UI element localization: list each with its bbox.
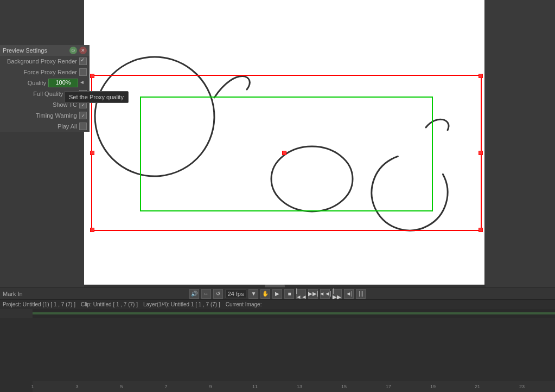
quality-input-group: 100% ◄ xyxy=(48,79,87,87)
playback-range xyxy=(33,312,555,314)
frame-num-8: 9 xyxy=(209,384,212,389)
prev-frame-btn[interactable]: ◄◄| xyxy=(320,289,330,299)
clip-status: Clip: Untitled [ 1 , 7 (7) ] xyxy=(81,301,138,307)
preview-settings-icons: ⊙ ✕ xyxy=(69,47,87,54)
play-all-checkbox[interactable] xyxy=(79,123,87,130)
frame-num-10: 11 xyxy=(252,384,258,389)
main-canvas[interactable] xyxy=(84,0,484,287)
top-left-area xyxy=(0,0,84,45)
project-status: Project: Untitled (1) [ 1 , 7 (7) ] xyxy=(3,301,75,307)
fps-down-btn[interactable]: ▼ xyxy=(248,289,258,299)
quality-input[interactable]: 100% xyxy=(48,79,78,87)
stop-btn[interactable]: ■ xyxy=(284,289,294,299)
preview-settings-title: Preview Settings xyxy=(3,47,47,54)
play-all-label: Play All xyxy=(58,123,77,130)
timeline-range-bar xyxy=(0,309,555,318)
tooltip-text: Set the Proxy quality xyxy=(69,94,124,100)
force-proxy-render-label: Force Proxy Render xyxy=(24,69,77,75)
background-proxy-render-label: Background Proxy Render xyxy=(7,58,77,65)
quality-speaker-icon[interactable]: ◄ xyxy=(79,79,87,87)
force-proxy-render-checkbox[interactable] xyxy=(79,68,87,76)
timeline-range xyxy=(33,309,555,318)
current-image-status: Current Image: xyxy=(226,301,262,307)
preview-settings-header: Preview Settings ⊙ ✕ xyxy=(0,45,90,56)
settings-minimize-icon[interactable]: ⊙ xyxy=(69,47,77,54)
frame-num-18: 19 xyxy=(430,384,436,389)
play-all-row: Play All xyxy=(0,121,90,132)
frame-num-4: 5 xyxy=(120,384,123,389)
frame-num-16: 17 xyxy=(386,384,391,389)
transform-handle[interactable] xyxy=(282,151,286,155)
frame-num-12: 13 xyxy=(297,384,302,389)
timeline-area: 🔊 ▣ ≡ 1357911131517192123 ⊙ Untitled 1 U… xyxy=(0,309,555,392)
timing-warning-label: Timing Warning xyxy=(36,112,77,119)
frame-num-0: 1 xyxy=(31,384,34,389)
frame-num-22: 23 xyxy=(519,384,525,389)
background-proxy-render-checkbox[interactable] xyxy=(79,57,87,65)
frame-num-2: 3 xyxy=(75,384,78,389)
proxy-quality-tooltip: Set the Proxy quality xyxy=(64,91,129,103)
mark-in-label: Mark In xyxy=(3,291,23,297)
go-start-btn[interactable]: |◄◄ xyxy=(296,289,306,299)
settings-close-icon[interactable]: ✕ xyxy=(79,47,87,54)
fps-display[interactable]: 24 fps xyxy=(225,290,247,298)
loop-btn[interactable]: ↺ xyxy=(213,289,223,299)
slow-btn[interactable]: ◄| xyxy=(344,289,354,299)
frame-num-20: 21 xyxy=(475,384,480,389)
force-proxy-render-row: Force Proxy Render xyxy=(0,67,90,78)
quality-label: Quality xyxy=(28,80,46,86)
play-btn[interactable]: ▶ xyxy=(272,289,282,299)
volume-btn[interactable]: 🔊 xyxy=(189,289,199,299)
status-bar: Project: Untitled (1) [ 1 , 7 (7) ] Clip… xyxy=(0,299,555,309)
hand-tool-btn[interactable]: ✋ xyxy=(260,289,270,299)
next-frame-btn[interactable]: |▶▶ xyxy=(332,289,342,299)
timing-warning-row: Timing Warning ✓ xyxy=(0,110,90,121)
fast-btn[interactable]: ||| xyxy=(356,289,366,299)
frame-num-14: 15 xyxy=(341,384,347,389)
transport-bar: Mark In 🔊 ↔ ↺ 24 fps ▼ ✋ ▶ ■ |◄◄ ▶▶| ◄◄|… xyxy=(0,287,555,299)
timing-warning-dropdown[interactable]: ✓ xyxy=(79,112,87,119)
quality-row: Quality 100% ◄ xyxy=(0,78,90,88)
go-end-btn[interactable]: ▶▶| xyxy=(308,289,318,299)
background-proxy-render-row: Background Proxy Render xyxy=(0,56,90,67)
fit-btn[interactable]: ↔ xyxy=(201,289,211,299)
frame-num-6: 7 xyxy=(164,384,167,389)
preview-settings-panel: Preview Settings ⊙ ✕ Background Proxy Re… xyxy=(0,45,90,132)
layer-status: Layer(1/4): Untitled 1 [ 1 , 7 (7) ] xyxy=(143,301,220,307)
frame-numbers: 1357911131517192123 xyxy=(33,381,555,392)
